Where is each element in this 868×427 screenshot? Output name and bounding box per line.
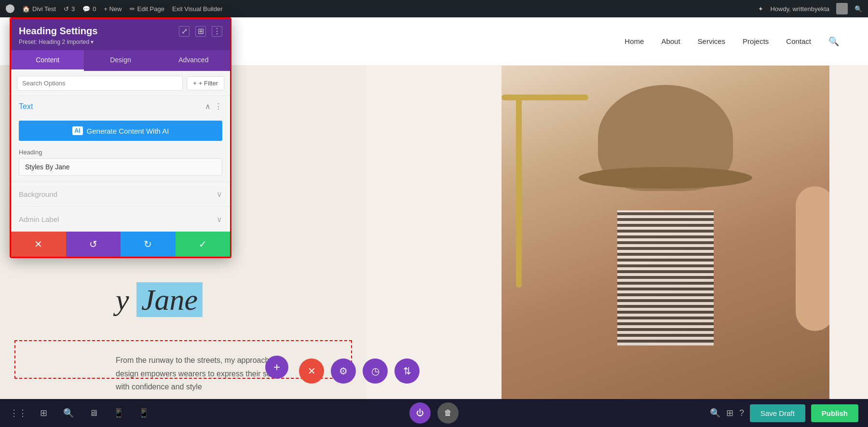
toolbar-grid-icon[interactable]: ⊞ — [35, 404, 52, 422]
panel-preset[interactable]: Preset: Heading 2 imported ▾ — [19, 39, 222, 45]
admin-bar-right: ✦ Howdy, writtenbyekta 🔍 — [758, 3, 862, 14]
comments-icon: 💬 — [82, 5, 90, 13]
search-input[interactable] — [17, 76, 183, 91]
section-icons: ∧ ⋮ — [205, 102, 222, 111]
toolbar-search-right-icon[interactable]: 🔍 — [710, 408, 720, 418]
nav-home[interactable]: Home — [624, 37, 644, 45]
nav-projects[interactable]: Projects — [743, 37, 769, 45]
toolbar-help-icon[interactable]: ? — [739, 408, 744, 418]
toolbar-center: ⏻ 🗑 — [409, 402, 459, 424]
revisions[interactable]: ↺ 3 — [64, 5, 75, 13]
toolbar-power-button[interactable]: ⏻ — [409, 402, 431, 424]
module-close-button[interactable]: ✕ — [299, 358, 324, 384]
panel-title: Heading Settings — [19, 26, 97, 37]
comments[interactable]: 💬 0 — [82, 5, 96, 13]
settings-panel: Heading Settings ⤢ ⊞ ⋮ Preset: Heading 2… — [10, 17, 231, 258]
hat-brim — [579, 167, 752, 189]
site-nav: Home About Services Projects Contact 🔍 — [624, 36, 839, 47]
edit-icon: ✏ — [130, 5, 135, 13]
redo-button[interactable]: ↻ — [121, 232, 176, 257]
heading-field-input[interactable] — [19, 158, 222, 176]
arm-right — [796, 186, 829, 331]
wp-logo[interactable]: W — [6, 4, 14, 13]
site-name[interactable]: 🏠 Divi Test — [22, 5, 56, 13]
toolbar-menu-icon[interactable]: ⋮⋮ — [10, 404, 27, 422]
rack-horizontal — [502, 95, 588, 100]
admin-chevron-icon: ∨ — [217, 215, 222, 224]
nav-contact[interactable]: Contact — [786, 37, 811, 45]
ai-icon: AI — [72, 126, 83, 135]
more-icon[interactable]: ⋮ — [212, 26, 222, 37]
toolbar-right: 🔍 ⊞ ? Save Draft Publish — [710, 404, 858, 422]
section-more-icon[interactable]: ⋮ — [215, 102, 222, 111]
panel-footer: ✕ ↺ ↻ ✓ — [11, 232, 230, 257]
toolbar-search-icon[interactable]: 🔍 — [60, 404, 77, 422]
save-draft-button[interactable]: Save Draft — [750, 404, 805, 422]
module-actions-group: ✕ ⚙ ◷ ⇅ — [299, 358, 420, 384]
heading-plain: y — [116, 283, 136, 316]
revisions-icon: ↺ — [64, 5, 69, 13]
background-label: Background — [19, 190, 57, 198]
toolbar-layers-icon[interactable]: ⊞ — [726, 408, 733, 418]
cancel-button[interactable]: ✕ — [11, 232, 66, 257]
panel-body: + + Filter Text ∧ ⋮ AI Generate Content … — [11, 71, 230, 232]
hero-image — [502, 66, 829, 427]
panel-header-icons: ⤢ ⊞ ⋮ — [179, 26, 222, 37]
toolbar-left: ⋮⋮ ⊞ 🔍 🖥 📱 📱 — [10, 404, 152, 422]
confirm-button[interactable]: ✓ — [176, 232, 231, 257]
rack-vertical — [516, 95, 522, 288]
toolbar-mobile-icon[interactable]: 📱 — [135, 404, 152, 422]
nav-services[interactable]: Services — [698, 37, 726, 45]
add-module-button[interactable]: + — [265, 356, 288, 379]
tab-content[interactable]: Content — [11, 50, 84, 71]
shirt-stripes — [617, 210, 714, 345]
module-history-button[interactable]: ◷ — [363, 358, 388, 384]
tab-design[interactable]: Design — [84, 50, 157, 71]
columns-icon[interactable]: ⊞ — [195, 26, 206, 37]
ai-stars-icon: ✦ — [758, 5, 763, 13]
resize-icon[interactable]: ⤢ — [179, 26, 190, 37]
heading-highlight: Jane — [136, 282, 203, 317]
background-chevron-icon: ∨ — [217, 190, 222, 199]
panel-tabs: Content Design Advanced — [11, 50, 230, 71]
toolbar-delete-button[interactable]: 🗑 — [437, 402, 459, 424]
toolbar-tablet-icon[interactable]: 📱 — [110, 404, 127, 422]
heading-field-group: Heading — [11, 145, 230, 178]
tab-advanced[interactable]: Advanced — [157, 50, 230, 71]
hero-heading: y Jane — [116, 283, 203, 316]
nav-about[interactable]: About — [661, 37, 680, 45]
admin-label: Admin Label — [19, 215, 59, 223]
builder-toolbar: ⋮⋮ ⊞ 🔍 🖥 📱 📱 ⏻ 🗑 🔍 ⊞ ? Save Draft Publis… — [0, 399, 868, 427]
filter-button[interactable]: + + Filter — [187, 76, 224, 90]
text-section-title: Text — [19, 102, 33, 111]
search-icon[interactable]: 🔍 — [854, 5, 862, 13]
hero-text-container: y Jane — [116, 283, 203, 316]
text-section-header: Text ∧ ⋮ — [11, 96, 230, 117]
new-button[interactable]: + New — [104, 5, 122, 13]
panel-title-row: Heading Settings ⤢ ⊞ ⋮ — [19, 26, 222, 37]
preset-chevron-icon: ▾ — [91, 39, 94, 45]
panel-header: Heading Settings ⤢ ⊞ ⋮ Preset: Heading 2… — [11, 19, 230, 50]
module-settings-button[interactable]: ⚙ — [331, 358, 356, 384]
search-filter-row: + + Filter — [11, 71, 230, 96]
ai-generate-button[interactable]: AI Generate Content With AI — [19, 121, 222, 141]
collapse-icon[interactable]: ∧ — [205, 102, 211, 111]
nav-search-icon[interactable]: 🔍 — [828, 36, 839, 47]
background-section[interactable]: Background ∨ — [11, 181, 230, 207]
admin-bar: W 🏠 Divi Test ↺ 3 💬 0 + New ✏ Edit Page … — [0, 0, 868, 17]
wp-icon: W — [6, 4, 14, 13]
site-icon: 🏠 — [22, 5, 30, 13]
module-move-button[interactable]: ⇅ — [394, 358, 420, 384]
heading-field-spacer — [11, 178, 230, 181]
edit-page-button[interactable]: ✏ Edit Page — [130, 5, 164, 13]
exit-builder-button[interactable]: Exit Visual Builder — [172, 5, 223, 13]
user-avatar — [836, 3, 848, 14]
publish-button[interactable]: Publish — [811, 404, 858, 422]
filter-icon: + — [193, 80, 197, 87]
heading-field-label: Heading — [19, 149, 222, 156]
undo-button[interactable]: ↺ — [66, 232, 121, 257]
toolbar-desktop-icon[interactable]: 🖥 — [85, 404, 102, 422]
admin-label-section[interactable]: Admin Label ∨ — [11, 207, 230, 232]
